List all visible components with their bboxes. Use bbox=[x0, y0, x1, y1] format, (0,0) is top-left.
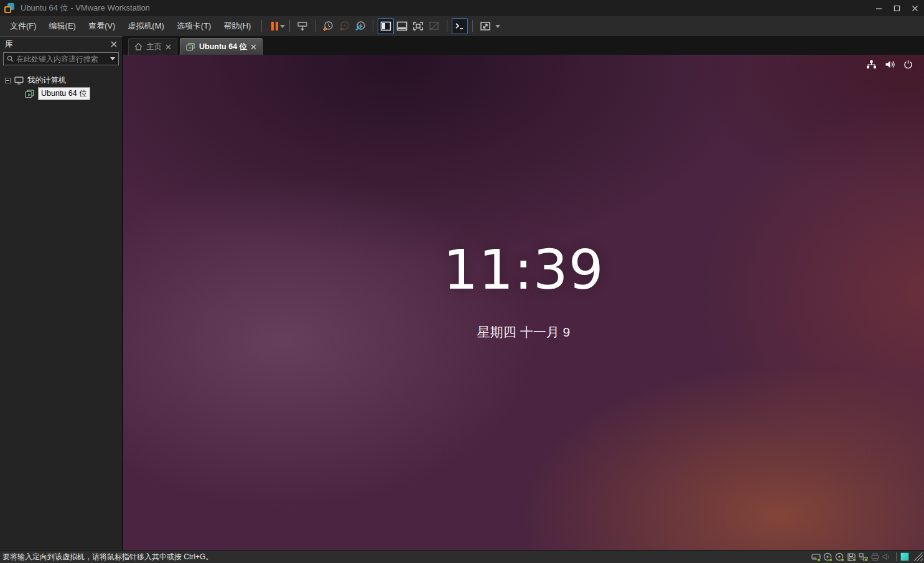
search-icon bbox=[7, 55, 14, 62]
device-connected-dot bbox=[817, 558, 821, 562]
show-thumbnail-bar-button[interactable] bbox=[394, 18, 410, 34]
vm-running-icon bbox=[25, 90, 35, 98]
message-panel-icon[interactable] bbox=[900, 552, 909, 561]
manage-snapshots-button[interactable] bbox=[352, 18, 368, 34]
vm-running-icon bbox=[186, 43, 195, 51]
tab-home[interactable]: 主页 bbox=[128, 38, 177, 55]
home-icon bbox=[134, 43, 142, 50]
tab-label: Ubuntu 64 位 bbox=[199, 42, 247, 52]
title-bar: Ubuntu 64 位 - VMware Workstation bbox=[0, 0, 924, 16]
device-connected-dot bbox=[841, 558, 844, 562]
toolbar-separator bbox=[261, 20, 262, 32]
menu-view[interactable]: 查看(V) bbox=[82, 17, 121, 35]
tab-close-button[interactable] bbox=[166, 44, 171, 50]
free-stretch-icon bbox=[480, 21, 491, 31]
floppy-icon[interactable] bbox=[846, 552, 857, 562]
cd-rom-2-icon[interactable] bbox=[834, 552, 845, 562]
fullscreen-button[interactable] bbox=[410, 18, 426, 34]
printer-icon[interactable] bbox=[869, 552, 880, 562]
revert-snapshot-button bbox=[336, 18, 352, 34]
library-title: 库 bbox=[5, 39, 13, 50]
device-connected-dot bbox=[864, 558, 868, 562]
free-stretch-dropdown-caret[interactable] bbox=[495, 25, 500, 28]
toolbar-separator bbox=[373, 20, 373, 32]
menu-tabs[interactable]: 选项卡(T) bbox=[170, 17, 218, 35]
close-icon bbox=[251, 44, 256, 50]
vmware-logo-icon bbox=[4, 3, 14, 13]
resize-grip[interactable] bbox=[914, 552, 923, 561]
take-snapshot-icon bbox=[322, 21, 334, 32]
vm-display[interactable]: 11:39 星期四 十一月 9 bbox=[123, 55, 924, 550]
free-stretch-button[interactable] bbox=[477, 18, 493, 34]
network-adapter-icon[interactable] bbox=[857, 552, 869, 562]
lockscreen-clock-block: 11:39 星期四 十一月 9 bbox=[123, 243, 924, 341]
menu-help[interactable]: 帮助(H) bbox=[217, 17, 257, 35]
menu-vm[interactable]: 虚拟机(M) bbox=[121, 17, 170, 35]
volume-icon[interactable] bbox=[885, 60, 895, 69]
close-icon bbox=[912, 5, 918, 12]
console-view-icon bbox=[454, 22, 465, 30]
menu-file[interactable]: 文件(F) bbox=[4, 17, 43, 35]
chevron-down-icon bbox=[110, 57, 115, 60]
unity-mode-button bbox=[426, 18, 442, 34]
statusbar-separator bbox=[896, 552, 897, 561]
right-pane: 主页 Ubuntu 64 位 bbox=[123, 36, 924, 550]
show-thumbnail-bar-icon bbox=[396, 21, 408, 31]
library-search-box bbox=[3, 52, 119, 65]
clock-date: 星期四 十一月 9 bbox=[123, 323, 924, 341]
unity-mode-icon bbox=[429, 21, 440, 31]
console-view-button[interactable] bbox=[452, 18, 468, 34]
power-icon[interactable] bbox=[903, 60, 913, 69]
send-ctrl-alt-del-icon bbox=[297, 21, 308, 31]
network-icon[interactable] bbox=[866, 60, 877, 69]
status-message: 要将输入定向到该虚拟机，请将鼠标指针移入其中或按 Ctrl+G。 bbox=[2, 552, 810, 562]
suspend-icon bbox=[271, 22, 278, 30]
menu-edit[interactable]: 编辑(E) bbox=[43, 17, 82, 35]
vm-tree: 我的计算机 Ubuntu 64 位 bbox=[0, 68, 122, 550]
close-icon bbox=[166, 44, 171, 50]
maximize-icon bbox=[894, 5, 900, 12]
device-connected-dot bbox=[852, 558, 856, 562]
search-dropdown-button[interactable] bbox=[108, 53, 117, 65]
revert-snapshot-icon bbox=[338, 21, 350, 32]
maximize-button[interactable] bbox=[888, 0, 906, 16]
cd-rom-icon[interactable] bbox=[822, 552, 833, 562]
window-title: Ubuntu 64 位 - VMware Workstation bbox=[21, 2, 870, 14]
main-area: 库 我的计算机 bbox=[0, 36, 924, 550]
suspend-dropdown-caret[interactable] bbox=[280, 25, 285, 28]
toolbar-separator bbox=[472, 20, 473, 32]
status-bar: 要将输入定向到该虚拟机，请将鼠标指针移入其中或按 Ctrl+G。 bbox=[0, 550, 924, 563]
fullscreen-icon bbox=[413, 21, 424, 31]
close-button[interactable] bbox=[906, 0, 924, 16]
tree-item-label: 我的计算机 bbox=[27, 75, 67, 86]
vm-lockscreen-indicators bbox=[866, 60, 913, 69]
tree-item-my-computer[interactable]: 我的计算机 bbox=[0, 74, 122, 87]
tree-item-label-selected: Ubuntu 64 位 bbox=[38, 87, 90, 100]
tree-expander-icon[interactable] bbox=[5, 78, 11, 83]
sound-icon[interactable] bbox=[881, 552, 892, 562]
clock-time: 11:39 bbox=[123, 243, 924, 297]
hard-disk-icon[interactable] bbox=[810, 552, 821, 562]
show-library-button[interactable] bbox=[378, 18, 394, 34]
tab-bar: 主页 Ubuntu 64 位 bbox=[123, 36, 924, 55]
take-snapshot-button[interactable] bbox=[320, 18, 336, 34]
device-connected-dot bbox=[829, 558, 833, 562]
tree-item-ubuntu-vm[interactable]: Ubuntu 64 位 bbox=[0, 87, 122, 100]
suspend-button[interactable] bbox=[271, 22, 285, 30]
search-input[interactable] bbox=[16, 55, 108, 63]
toolbar-separator bbox=[315, 20, 315, 32]
minimize-button[interactable] bbox=[870, 0, 888, 16]
computer-icon bbox=[14, 77, 24, 85]
tab-ubuntu-vm[interactable]: Ubuntu 64 位 bbox=[180, 38, 263, 55]
toolbar-separator bbox=[447, 20, 447, 32]
menu-toolbar: 文件(F) 编辑(E) 查看(V) 虚拟机(M) 选项卡(T) 帮助(H) bbox=[0, 16, 924, 36]
send-ctrl-alt-del-button[interactable] bbox=[294, 18, 310, 34]
tab-close-button[interactable] bbox=[251, 44, 256, 50]
minimize-icon bbox=[875, 5, 882, 12]
manage-snapshots-icon bbox=[355, 21, 366, 32]
show-library-icon bbox=[380, 21, 391, 31]
library-close-icon[interactable] bbox=[111, 41, 117, 47]
library-sidebar: 库 我的计算机 bbox=[0, 36, 123, 550]
toolbar-separator bbox=[289, 20, 290, 32]
tab-label: 主页 bbox=[146, 42, 162, 52]
